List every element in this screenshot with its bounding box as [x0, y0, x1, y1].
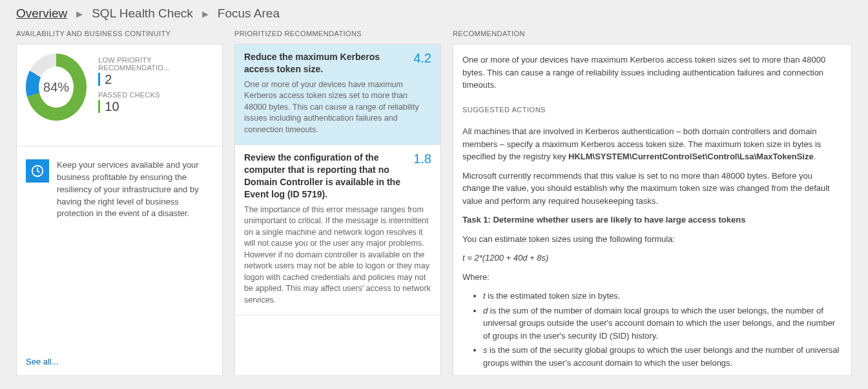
- pass-rate-percent: 84%: [26, 54, 87, 121]
- pass-rate-donut: 84%: [26, 54, 87, 121]
- task-heading: Task 1: Determine whether users are like…: [462, 214, 842, 226]
- see-all-link[interactable]: See all...: [26, 350, 213, 366]
- availability-heading: AVAILABILITY AND BUSINESS CONTINUITY: [16, 30, 223, 37]
- recommendation-body: The importance of this error message ran…: [244, 204, 431, 306]
- chevron-right-icon: ▶: [202, 9, 209, 19]
- passed-checks-value: 10: [98, 100, 213, 113]
- suggested-paragraph: Microsoft currently recommends that this…: [462, 170, 842, 208]
- suggested-actions-heading: SUGGESTED ACTIONS: [462, 105, 842, 115]
- breadcrumb-focus-area: Focus Area: [218, 6, 280, 21]
- recommendation-score: 4.2: [413, 51, 431, 66]
- low-priority-value: 2: [98, 73, 213, 86]
- formula: t = 2*(1200 + 40d + 8s): [462, 252, 842, 264]
- recommendation-detail-card: One or more of your devices have maximum…: [453, 44, 852, 376]
- breadcrumb: Overview ▶ SQL Health Check ▶ Focus Area: [0, 0, 868, 30]
- where-label: Where:: [462, 271, 842, 284]
- low-priority-label: LOW PRIORITY RECOMMENDATIO...: [98, 56, 213, 72]
- recommendation-title: Reduce the maximum Kerberos access token…: [244, 51, 407, 75]
- clock-icon: [26, 159, 49, 183]
- chevron-right-icon: ▶: [76, 9, 83, 19]
- availability-card: 84% LOW PRIORITY RECOMMENDATIO... 2 PASS…: [16, 44, 223, 376]
- recommendations-heading: PRIORITIZED RECOMMENDATIONS: [234, 30, 441, 37]
- suggested-paragraph: You can estimate token sizes using the f…: [462, 233, 842, 246]
- recommendation-detail-heading: RECOMMENDATION: [453, 30, 852, 37]
- recommendation-intro: One or more of your devices have maximum…: [462, 54, 842, 92]
- recommendation-score: 1.8: [413, 152, 431, 166]
- recommendations-card: Reduce the maximum Kerberos access token…: [234, 44, 441, 376]
- recommendation-title: Review the configuration of the computer…: [244, 152, 407, 201]
- recommendation-body: One or more of your devices have maximum…: [244, 79, 431, 136]
- recommendation-item[interactable]: Review the configuration of the computer…: [235, 145, 440, 315]
- suggested-paragraph: All machines that are involved in Kerber…: [462, 125, 842, 163]
- passed-checks-label: PASSED CHECKS: [98, 91, 213, 99]
- recommendation-item[interactable]: Reduce the maximum Kerberos access token…: [235, 45, 440, 145]
- breadcrumb-overview[interactable]: Overview: [16, 6, 67, 21]
- availability-description: Keep your services available and your bu…: [57, 159, 213, 220]
- breadcrumb-sql-health[interactable]: SQL Health Check: [92, 6, 193, 21]
- variable-list: t is the estimated token size in bytes. …: [462, 290, 842, 371]
